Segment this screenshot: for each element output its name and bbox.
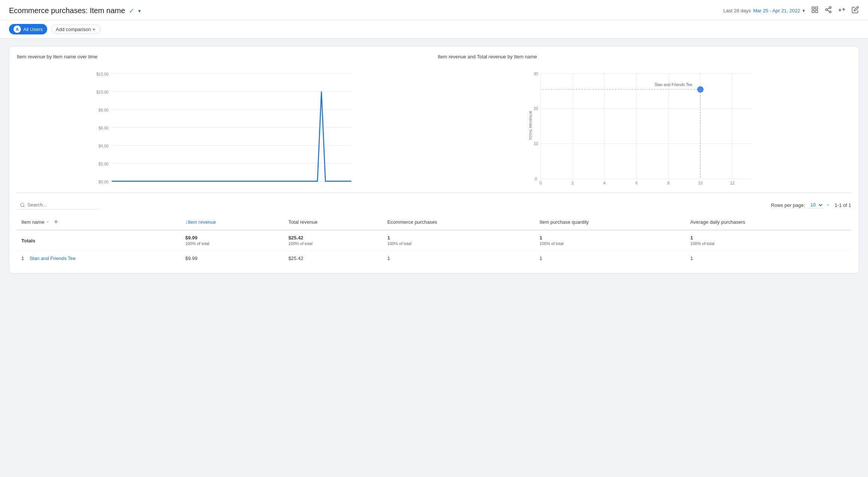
col-item-name-label[interactable]: Item name (21, 219, 49, 225)
rows-per-page-label: Rows per page: (771, 202, 805, 208)
table-toolbar: Rows per page: 10 25 50 1-1 of 1 (17, 201, 851, 210)
svg-text:$0.00: $0.00 (98, 180, 109, 184)
svg-text:12: 12 (730, 181, 735, 185)
header-left: Ecommerce purchases: Item name ✓ ▾ (9, 6, 141, 15)
svg-text:Stan and Friends Tee: Stan and Friends Tee (655, 82, 692, 87)
segment-badge[interactable]: A All Users (9, 24, 47, 34)
row-item-purchase-qty: 1 (535, 251, 686, 266)
svg-text:$2.00: $2.00 (98, 162, 109, 166)
col-item-purchase-qty: Item purchase quantity (535, 214, 686, 230)
col-avg-daily-purchasers: Average daily purchasers (686, 214, 851, 230)
search-box[interactable] (17, 201, 99, 210)
line-chart-svg: $0.00 $2.00 $4.00 $6.00 $8.00 $10.00 $12… (17, 65, 430, 185)
svg-text:8: 8 (667, 181, 670, 185)
item-name-link[interactable]: Stan and Friends Tee (30, 256, 76, 261)
svg-rect-1 (816, 7, 818, 9)
main-content: Item revenue by Item name over time $0.0… (0, 39, 868, 281)
svg-text:$8.00: $8.00 (98, 108, 109, 112)
table-row: 1 Stan and Friends Tee $9.99 $25.42 1 1 … (17, 251, 851, 266)
row-avg-daily: 1 (686, 251, 851, 266)
search-icon (20, 202, 25, 208)
svg-text:0: 0 (540, 181, 542, 185)
chart-type-icon[interactable] (811, 6, 819, 15)
status-check-icon: ✓ (129, 7, 134, 15)
line-chart-container: $0.00 $2.00 $4.00 $6.00 $8.00 $10.00 $12… (17, 65, 430, 185)
rows-per-page: Rows per page: 10 25 50 (771, 202, 830, 208)
svg-point-58 (21, 203, 24, 206)
svg-text:6: 6 (635, 181, 638, 185)
svg-text:$12.00: $12.00 (96, 72, 109, 76)
add-column-button[interactable]: + (52, 218, 60, 226)
pagination-controls: Rows per page: 10 25 50 1-1 of 1 (771, 202, 851, 208)
svg-text:03: 03 (177, 185, 182, 185)
title-dropdown-icon[interactable]: ▾ (138, 8, 141, 14)
table-header-row: Item name + ↓Item revenue Total revenue (17, 214, 851, 230)
row-index: 1 Stan and Friends Tee (17, 251, 181, 266)
svg-text:27: 27 (121, 185, 126, 185)
add-comparison-button[interactable]: Add comparison + (51, 25, 100, 34)
date-range-value: Mar 25 - Apr 21, 2022 (753, 8, 800, 13)
totals-total-revenue: $25.42 100% of total (284, 230, 383, 251)
date-range-label: Last 28 days (723, 8, 751, 13)
header-right: Last 28 days Mar 25 - Apr 21, 2022 ▾ (723, 6, 859, 15)
svg-point-6 (829, 11, 831, 13)
segment-avatar: A (13, 25, 21, 33)
line-chart-panel: Item revenue by Item name over time $0.0… (17, 54, 430, 185)
item-name-sort-icon (46, 220, 49, 224)
row-total-revenue: $25.42 (284, 251, 383, 266)
svg-rect-2 (816, 10, 818, 13)
svg-text:17: 17 (289, 185, 294, 185)
search-input[interactable] (27, 202, 95, 208)
line-chart-title: Item revenue by Item name over time (17, 54, 430, 59)
svg-line-8 (827, 8, 829, 9)
svg-text:10: 10 (534, 141, 538, 146)
svg-text:$6.00: $6.00 (98, 126, 109, 130)
add-comparison-label: Add comparison (56, 27, 91, 32)
totals-ecommerce-purchases: 1 100% of total (383, 230, 535, 251)
segment-label: All Users (23, 27, 43, 32)
compare-icon[interactable] (838, 6, 846, 15)
charts-row: Item revenue by Item name over time $0.0… (17, 54, 851, 185)
svg-text:TOTAL REVENUE: TOTAL REVENUE (528, 111, 532, 140)
header-icons (811, 6, 859, 15)
svg-rect-0 (812, 7, 814, 9)
totals-item-purchase-qty: 1 100% of total (535, 230, 686, 251)
svg-rect-3 (812, 10, 814, 13)
main-card: Item revenue by Item name over time $0.0… (9, 46, 859, 273)
svg-line-7 (827, 10, 829, 11)
share-icon[interactable] (825, 6, 832, 15)
svg-text:$10.00: $10.00 (96, 90, 109, 94)
scatter-chart-title: Item revenue and Total revenue by Item n… (438, 54, 851, 59)
col-total-revenue: Total revenue (284, 214, 383, 230)
svg-text:$4.00: $4.00 (98, 144, 109, 148)
svg-text:4: 4 (603, 181, 606, 185)
totals-row: Totals $9.99 100% of total $25.42 100% o… (17, 230, 851, 251)
edit-icon[interactable] (852, 6, 859, 15)
svg-text:10: 10 (698, 181, 702, 185)
scatter-chart-panel: Item revenue and Total revenue by Item n… (438, 54, 851, 185)
rows-dropdown-icon (826, 203, 830, 207)
data-table: Item name + ↓Item revenue Total revenue (17, 214, 851, 266)
svg-text:2: 2 (571, 181, 574, 185)
filter-bar: A All Users Add comparison + (0, 20, 868, 39)
date-range-selector[interactable]: Last 28 days Mar 25 - Apr 21, 2022 ▾ (723, 8, 805, 13)
svg-point-5 (826, 9, 828, 11)
scatter-chart-svg: 0 10 20 30 TOTAL REVENUE (438, 65, 851, 185)
add-comparison-icon: + (92, 27, 95, 32)
page-title: Ecommerce purchases: Item name (9, 6, 125, 15)
totals-avg-daily: 1 100% of total (686, 230, 851, 251)
col-item-revenue[interactable]: ↓Item revenue (181, 214, 284, 230)
svg-point-4 (829, 7, 831, 9)
svg-line-59 (24, 206, 25, 207)
date-range-dropdown-icon[interactable]: ▾ (802, 8, 805, 13)
rows-per-page-select[interactable]: 10 25 50 (807, 202, 823, 208)
scatter-chart-container: 0 10 20 30 TOTAL REVENUE (438, 65, 851, 185)
page-header: Ecommerce purchases: Item name ✓ ▾ Last … (0, 0, 868, 20)
totals-label: Totals (17, 230, 181, 251)
page-info: 1-1 of 1 (835, 202, 851, 208)
col-item-name: Item name + (17, 214, 181, 230)
col-ecommerce-purchases: Ecommerce purchases (383, 214, 535, 230)
svg-text:0: 0 (535, 177, 537, 181)
chart-table-divider (17, 193, 851, 193)
row-ecommerce-purchases: 1 (383, 251, 535, 266)
